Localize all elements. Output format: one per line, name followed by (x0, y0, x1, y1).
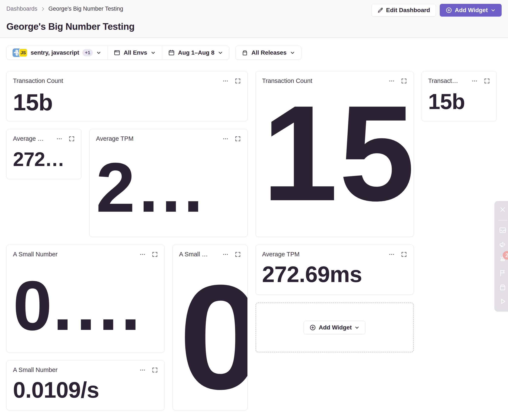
chevron-down-icon (218, 50, 223, 56)
plus-circle-icon (445, 7, 452, 14)
project-extra-badge: +1 (82, 49, 93, 56)
toolbar-divider (498, 220, 507, 220)
expand-icon[interactable] (68, 136, 75, 142)
widget-transaction-count-2: Transaction Count 15 (255, 71, 414, 237)
project-filter[interactable]: JS sentry, javascript +1 (7, 46, 107, 59)
big-number-value: 15b (13, 90, 241, 115)
calendar-icon (168, 49, 175, 56)
inbox-icon[interactable] (498, 226, 507, 234)
flag-icon[interactable] (498, 269, 507, 277)
add-widget-label: Add Widget (455, 7, 488, 14)
expand-icon[interactable] (235, 78, 241, 84)
widget-small-number-3: A Small Number 0.0109/s (6, 360, 165, 410)
big-number-value: 272… (13, 149, 75, 170)
add-widget-button[interactable]: Add Widget (440, 4, 502, 17)
ellipsis-menu-icon[interactable] (56, 136, 63, 142)
expand-icon[interactable] (235, 136, 241, 142)
expand-icon[interactable] (401, 251, 407, 258)
chevron-down-icon (290, 50, 295, 56)
side-toolbar: 2 (494, 201, 508, 311)
big-number-value: 2… (96, 151, 241, 224)
widget-title: Transact… (428, 77, 468, 84)
alerts-icon[interactable]: 2 (498, 254, 507, 263)
big-number-value: 0.… (13, 269, 158, 343)
add-widget-inline-button[interactable]: Add Widget (304, 321, 366, 334)
breadcrumb: Dashboards George's Big Number Testing (6, 4, 123, 12)
project-filter-label: sentry, javascript (31, 49, 79, 56)
expand-icon[interactable] (152, 251, 158, 258)
javascript-icon: JS (19, 49, 27, 57)
widget-transaction-count-1: Transaction Count 15b (6, 71, 248, 121)
edit-dashboard-button[interactable]: Edit Dashboard (371, 4, 436, 17)
dashboard-grid: Transaction Count 15b Transaction Count … (6, 71, 497, 410)
big-number-value: 15b (428, 90, 490, 113)
ellipsis-menu-icon[interactable] (139, 367, 146, 373)
ellipsis-menu-icon[interactable] (222, 136, 229, 142)
breadcrumb-dashboards[interactable]: Dashboards (6, 6, 37, 12)
widget-title: Average … (13, 135, 53, 142)
close-icon[interactable] (498, 205, 507, 214)
chevron-down-icon (490, 7, 496, 13)
ellipsis-menu-icon[interactable] (388, 251, 395, 258)
empty-widget-slot: Add Widget (255, 303, 414, 352)
filter-bar: JS sentry, javascript +1 All Envs Aug 1–… (6, 46, 502, 60)
widget-small-number-1: A Small Number 0.… (6, 245, 165, 352)
releases-filter-label: All Releases (251, 49, 287, 56)
widget-average-truncated: Average … 272… (6, 129, 82, 179)
breadcrumb-current: George's Big Number Testing (49, 6, 123, 12)
plus-circle-icon (309, 324, 316, 331)
ellipsis-menu-icon[interactable] (139, 251, 146, 258)
widget-average-tpm-2: Average TPM 272.69ms (255, 245, 414, 295)
window-icon (114, 49, 120, 56)
ellipsis-menu-icon[interactable] (471, 78, 478, 84)
add-widget-inline-label: Add Widget (319, 324, 352, 331)
ellipsis-menu-icon[interactable] (222, 78, 229, 84)
release-box-icon (241, 49, 248, 56)
environment-filter[interactable]: All Envs (107, 46, 162, 59)
edit-dashboard-label: Edit Dashboard (386, 7, 430, 14)
breadcrumb-chevron-icon (40, 6, 45, 11)
play-icon[interactable] (498, 297, 507, 306)
page-header: Dashboards George's Big Number Testing E… (0, 0, 508, 38)
pencil-icon (377, 7, 384, 13)
big-number-value: 15 (262, 85, 407, 221)
big-number-value: 0 (179, 266, 241, 408)
widget-transaction-count-3: Transact… 15b (422, 71, 497, 121)
chevron-down-icon (150, 50, 156, 56)
megaphone-icon[interactable] (498, 240, 507, 248)
expand-icon[interactable] (484, 78, 490, 84)
widget-title: Average TPM (96, 135, 219, 142)
chevron-down-icon (96, 50, 101, 56)
page-title: George's Big Number Testing (6, 21, 502, 32)
big-number-value: 0.0109/s (13, 378, 158, 402)
date-range-label: Aug 1–Aug 8 (178, 49, 214, 56)
widget-title: A Small Number (13, 366, 136, 373)
releases-filter[interactable]: All Releases (235, 46, 301, 59)
big-number-value: 272.69ms (262, 262, 407, 286)
chevron-down-icon (354, 325, 360, 330)
widget-title: Average TPM (262, 250, 385, 258)
environment-filter-label: All Envs (124, 49, 147, 56)
widget-small-number-2: A Small … 0 (172, 245, 248, 410)
releases-icon[interactable] (498, 283, 507, 291)
date-range-filter[interactable]: Aug 1–Aug 8 (162, 46, 229, 59)
expand-icon[interactable] (152, 367, 158, 373)
widget-title: A Small Number (13, 250, 136, 258)
widget-title: Transaction Count (13, 77, 219, 84)
widget-average-tpm-1: Average TPM 2… (89, 129, 248, 237)
